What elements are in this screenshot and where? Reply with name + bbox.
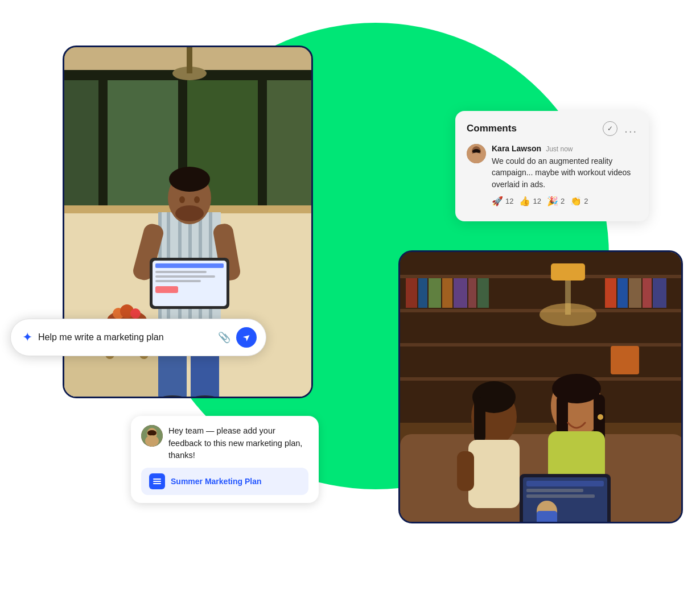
reaction-party[interactable]: 🎉 2 (547, 196, 565, 207)
ai-input-text[interactable]: Help me write a marketing plan (38, 332, 212, 343)
doc-line-2 (153, 481, 161, 482)
send-button[interactable]: ➤ (236, 327, 257, 348)
svg-point-30 (194, 196, 200, 203)
svg-rect-61 (643, 278, 652, 308)
svg-rect-56 (468, 278, 476, 308)
svg-rect-53 (429, 278, 441, 308)
thumbsup-count: 12 (533, 197, 541, 205)
comment-meta: Kara Lawson Just now (492, 144, 637, 153)
reaction-rocket[interactable]: 🚀 12 (492, 196, 513, 207)
document-icon (149, 473, 165, 489)
sparkle-icon: ✦ (22, 330, 32, 345)
avatar (467, 144, 486, 163)
clap-emoji: 👏 (570, 196, 582, 207)
send-arrow-icon: ➤ (240, 331, 253, 344)
svg-point-31 (175, 205, 204, 221)
svg-rect-3 (98, 70, 108, 207)
svg-rect-54 (442, 278, 452, 308)
svg-rect-72 (468, 440, 520, 508)
doc-line-3 (153, 483, 161, 484)
svg-rect-47 (400, 275, 683, 278)
svg-rect-64 (551, 263, 585, 280)
svg-rect-37 (155, 271, 207, 273)
main-scene: Comments ✓ ... (0, 0, 700, 594)
comment-content: Kara Lawson Just now We could do an augm… (492, 144, 637, 207)
chat-sender-row: Hey team — please add your feedback to t… (141, 425, 308, 462)
svg-rect-8 (108, 80, 178, 205)
svg-rect-50 (400, 377, 683, 381)
svg-rect-82 (526, 481, 604, 486)
svg-rect-86 (537, 511, 557, 523)
svg-rect-36 (155, 263, 224, 268)
svg-rect-12 (187, 47, 192, 73)
svg-point-78 (598, 414, 603, 420)
comments-card: Comments ✓ ... (455, 111, 649, 221)
svg-point-94 (147, 430, 157, 436)
reaction-thumbsup[interactable]: 👍 12 (519, 196, 541, 207)
comments-title: Comments (467, 123, 517, 134)
chat-avatar-image (141, 425, 163, 447)
photo-card-right (398, 250, 683, 523)
svg-point-29 (179, 196, 185, 203)
svg-rect-57 (477, 278, 489, 308)
chat-bubble: Hey team — please add your feedback to t… (131, 416, 319, 503)
clap-count: 2 (584, 197, 588, 205)
avatar-image (467, 144, 486, 163)
svg-rect-71 (474, 397, 485, 443)
rocket-emoji: 🚀 (492, 196, 503, 207)
attachment-icon[interactable]: 📎 (218, 331, 230, 344)
svg-rect-40 (155, 286, 178, 293)
avatar-svg (467, 144, 486, 163)
comment-text: We could do an augmented reality campaig… (492, 155, 637, 190)
svg-rect-62 (653, 278, 666, 308)
svg-point-77 (552, 374, 601, 403)
svg-rect-10 (267, 80, 313, 205)
comment-row: Kara Lawson Just now We could do an augm… (467, 144, 637, 207)
party-count: 2 (561, 197, 565, 205)
svg-rect-51 (406, 278, 417, 308)
svg-rect-83 (526, 489, 583, 492)
svg-rect-55 (454, 278, 467, 308)
svg-rect-66 (611, 346, 639, 374)
photo-women-background (400, 252, 681, 522)
comments-actions: ✓ ... (603, 121, 637, 136)
svg-point-19 (130, 308, 141, 319)
svg-rect-84 (526, 494, 595, 498)
svg-rect-49 (400, 343, 683, 346)
svg-point-95 (145, 435, 159, 447)
chat-avatar (141, 425, 163, 447)
svg-rect-58 (605, 278, 616, 308)
document-name: Summer Marketing Plan (171, 477, 262, 486)
svg-rect-73 (457, 451, 474, 491)
doc-icon-lines (153, 478, 161, 484)
reactions-row: 🚀 12 👍 12 🎉 2 👏 2 (492, 196, 637, 207)
reaction-clap[interactable]: 👏 2 (570, 196, 588, 207)
party-emoji: 🎉 (547, 196, 558, 207)
comment-time: Just now (546, 145, 573, 153)
svg-rect-7 (64, 80, 98, 205)
chat-message-text: Hey team — please add your feedback to t… (168, 425, 308, 462)
ai-input-bar: ✦ Help me write a marketing plan 📎 ➤ (10, 319, 266, 356)
check-icon[interactable]: ✓ (603, 121, 617, 136)
svg-rect-39 (155, 280, 201, 282)
rocket-count: 12 (505, 197, 513, 205)
chat-avatar-svg (141, 425, 163, 447)
commenter-name: Kara Lawson (492, 144, 541, 153)
svg-point-28 (169, 167, 210, 192)
svg-point-65 (540, 303, 596, 326)
more-options-icon[interactable]: ... (624, 123, 637, 134)
svg-rect-38 (155, 275, 215, 278)
svg-rect-60 (629, 278, 641, 308)
svg-rect-5 (258, 70, 267, 207)
photo-women-svg (400, 252, 683, 523)
svg-rect-52 (418, 278, 427, 308)
doc-line-1 (153, 478, 161, 480)
document-link[interactable]: Summer Marketing Plan (141, 468, 308, 495)
svg-rect-59 (617, 278, 628, 308)
thumbsup-emoji: 👍 (519, 196, 530, 207)
comments-header: Comments ✓ ... (467, 121, 637, 136)
